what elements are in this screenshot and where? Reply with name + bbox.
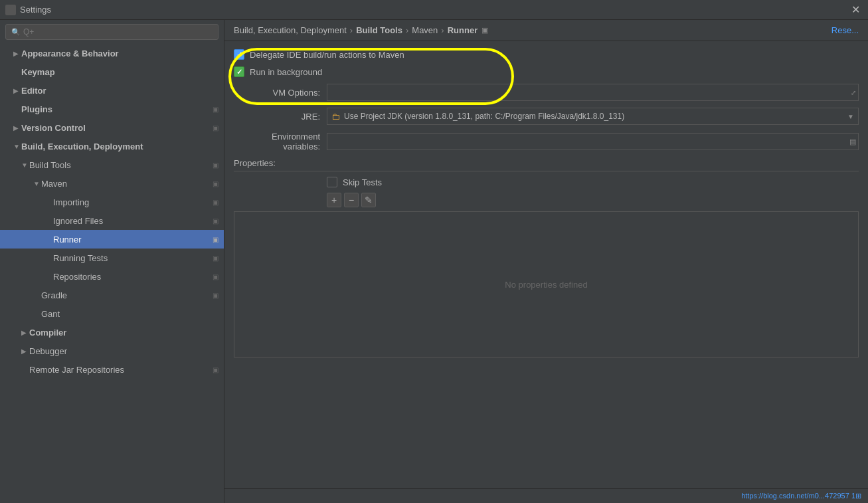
app-icon (5, 5, 16, 15)
add-property-button[interactable]: + (327, 193, 341, 207)
status-url: https://blog.csdn.net/m0...472957 1⊞ (741, 492, 861, 500)
run-background-row: Run in background (234, 66, 859, 77)
sidebar-item-label: Repositories (53, 272, 210, 282)
settings-icon: ▣ (213, 161, 218, 169)
delegate-checkbox[interactable] (234, 49, 244, 60)
jre-dropdown[interactable]: 🗀 Use Project JDK (version 1.8.0_131, pa… (327, 108, 859, 125)
folder-icon: 🗀 (331, 112, 340, 122)
sidebar-item-gradle[interactable]: Gradle ▣ (0, 286, 224, 304)
sidebar-item-appearance[interactable]: ▶ Appearance & Behavior (0, 44, 224, 62)
env-variables-label: Environment variables: (234, 132, 327, 151)
dropdown-arrow-icon: ▼ (847, 113, 854, 120)
sidebar-item-keymap[interactable]: Keymap (0, 62, 224, 81)
sidebar-item-runner[interactable]: Runner ▣ (0, 230, 224, 249)
expand-arrow-icon: ▶ (13, 50, 21, 57)
expand-arrow-icon: ▼ (13, 143, 21, 150)
sidebar-item-label: Running Tests (53, 253, 210, 263)
sidebar-item-importing[interactable]: Importing ▣ (0, 193, 224, 211)
properties-toolbar: + − ✎ (327, 193, 859, 207)
breadcrumb-separator: › (350, 25, 353, 35)
delegate-label: Delegate IDE build/run actions to Maven (250, 50, 404, 60)
breadcrumb-separator: › (441, 25, 444, 35)
search-box[interactable]: 🔍 (5, 24, 218, 40)
sidebar-item-version-control[interactable]: ▶ Version Control ▣ (0, 118, 224, 137)
sidebar-item-label: Editor (21, 86, 218, 96)
expand-arrow-icon: ▶ (13, 124, 21, 132)
vm-options-row: VM Options: ⤢ (234, 84, 859, 101)
env-variables-input[interactable] (327, 133, 859, 150)
window-title: Settings (20, 5, 849, 15)
settings-icon: ▣ (213, 180, 218, 187)
env-variables-row: Environment variables: ▤ (234, 132, 859, 151)
sidebar-item-build-execution[interactable]: ▼ Build, Execution, Deployment (0, 137, 224, 155)
reset-button[interactable]: Rese... (831, 25, 859, 35)
sidebar-item-maven[interactable]: ▼ Maven ▣ (0, 174, 224, 193)
breadcrumb: Build, Execution, Deployment › Build Too… (224, 20, 868, 41)
jre-value: Use Project JDK (version 1.8.0_131, path… (344, 112, 854, 121)
breadcrumb-item-runner: Runner (448, 25, 478, 35)
sidebar-item-label: Gant (41, 309, 218, 319)
properties-section: Properties: Skip Tests + − ✎ (234, 158, 859, 357)
breadcrumb-item-build-execution: Build, Execution, Deployment (234, 25, 347, 35)
sidebar-item-ignored-files[interactable]: Ignored Files ▣ (0, 211, 224, 230)
breadcrumb-item-maven: Maven (412, 25, 438, 35)
edit-property-button[interactable]: ✎ (361, 193, 376, 207)
sidebar-item-label: Keymap (21, 67, 218, 77)
expand-arrow-icon: ▶ (21, 348, 29, 355)
skip-tests-row: Skip Tests (327, 177, 859, 187)
sidebar-item-label: Version Control (21, 123, 210, 133)
expand-arrow-icon: ▶ (13, 87, 21, 94)
settings-icon: ▣ (213, 217, 218, 225)
expand-icon: ⤢ (851, 89, 856, 96)
search-input[interactable] (23, 27, 213, 37)
status-bar: https://blog.csdn.net/m0...472957 1⊞ (224, 488, 868, 503)
sidebar-item-label: Appearance & Behavior (21, 49, 218, 58)
settings-icon: ▣ (213, 292, 218, 299)
sidebar-item-label: Maven (41, 179, 210, 189)
sidebar-item-remote-jar[interactable]: Remote Jar Repositories ▣ (0, 360, 224, 379)
sidebar-item-label: Debugger (29, 346, 218, 356)
sidebar-item-compiler[interactable]: ▶ Compiler (0, 323, 224, 342)
properties-table: No properties defined (234, 211, 859, 357)
expand-arrow-icon: ▼ (21, 161, 29, 169)
main-content: 🔍 ▶ Appearance & Behavior Keymap ▶ Edito (0, 20, 868, 503)
settings-icon: ▣ (213, 124, 218, 132)
expand-arrow-icon: ▼ (33, 180, 41, 187)
settings-icon: ▣ (213, 236, 218, 243)
sidebar-item-repositories[interactable]: Repositories ▣ (0, 267, 224, 286)
skip-tests-checkbox[interactable] (327, 177, 337, 187)
sidebar: 🔍 ▶ Appearance & Behavior Keymap ▶ Edito (0, 20, 224, 503)
env-edit-icon[interactable]: ▤ (849, 138, 856, 146)
breadcrumb-item-build-tools: Build Tools (356, 25, 402, 35)
sidebar-item-running-tests[interactable]: Running Tests ▣ (0, 249, 224, 267)
close-button[interactable]: ✕ (849, 3, 863, 16)
sidebar-item-label: Plugins (21, 104, 210, 114)
sidebar-item-label: Remote Jar Repositories (29, 365, 210, 375)
run-background-label: Run in background (250, 67, 322, 77)
settings-icon: ▣ (213, 366, 218, 373)
right-panel: Build, Execution, Deployment › Build Too… (224, 20, 868, 503)
sidebar-item-label: Runner (53, 235, 210, 245)
settings-icon: ▣ (213, 273, 218, 280)
vm-options-label: VM Options: (234, 88, 327, 98)
sidebar-item-plugins[interactable]: Plugins ▣ (0, 100, 224, 118)
properties-header: Properties: (234, 158, 859, 171)
jre-label: JRE: (234, 112, 327, 122)
breadcrumb-settings-icon: ▣ (481, 26, 488, 35)
run-background-checkbox[interactable] (234, 66, 244, 77)
sidebar-item-debugger[interactable]: ▶ Debugger (0, 342, 224, 360)
vm-options-input[interactable] (327, 84, 859, 101)
sidebar-item-build-tools[interactable]: ▼ Build Tools ▣ (0, 155, 224, 174)
titlebar: Settings ✕ (0, 0, 868, 20)
env-variables-input-wrapper: ▤ (327, 133, 859, 150)
sidebar-item-label: Build Tools (29, 160, 210, 170)
no-properties-message: No properties defined (505, 280, 587, 290)
delegate-checkbox-row: Delegate IDE build/run actions to Maven (234, 49, 859, 60)
nav-tree: ▶ Appearance & Behavior Keymap ▶ Editor … (0, 44, 224, 503)
settings-icon: ▣ (213, 254, 218, 262)
breadcrumb-separator: › (406, 25, 408, 35)
remove-property-button[interactable]: − (344, 193, 359, 207)
sidebar-item-gant[interactable]: Gant (0, 304, 224, 323)
sidebar-item-editor[interactable]: ▶ Editor (0, 81, 224, 100)
search-icon: 🔍 (11, 28, 21, 37)
